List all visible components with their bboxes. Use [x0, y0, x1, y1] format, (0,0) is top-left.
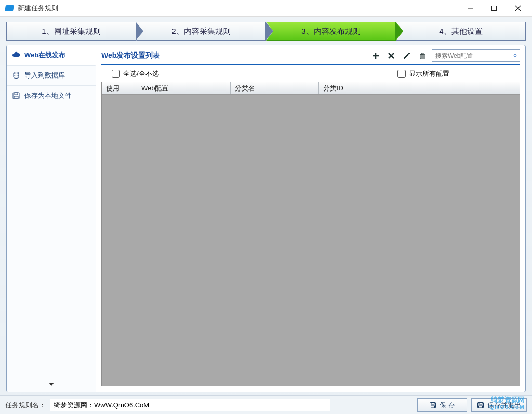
sidebar-item-label: 保存为本地文件	[24, 91, 72, 100]
search-icon[interactable]	[513, 51, 517, 60]
svg-rect-7	[14, 96, 18, 98]
edit-button[interactable]	[401, 50, 413, 61]
app-icon	[5, 5, 14, 11]
col-category-name[interactable]: 分类名	[231, 82, 319, 94]
add-button[interactable]	[369, 50, 382, 61]
step-4-label: 4、其他设置	[439, 27, 482, 36]
svg-rect-18	[421, 53, 423, 54]
sidebar-item-web-publish[interactable]: Web在线发布	[7, 45, 96, 66]
rule-name-input[interactable]	[50, 399, 330, 411]
save-exit-button[interactable]: 保存并退出	[471, 398, 527, 412]
minimize-button[interactable]	[458, 1, 482, 16]
svg-rect-6	[15, 93, 18, 95]
show-all-label: 显示所有配置	[409, 69, 449, 79]
titlebar: 新建任务规则	[0, 0, 532, 17]
delete-button[interactable]	[416, 50, 429, 61]
svg-rect-25	[479, 402, 482, 404]
table-header: 使用 Web配置 分类名 分类ID	[102, 82, 520, 95]
cloud-icon	[12, 51, 20, 59]
publish-sidebar: Web在线发布 导入到数据库 保存为本地文件	[7, 45, 96, 392]
config-table[interactable]: 使用 Web配置 分类名 分类ID	[101, 82, 520, 386]
maximize-button[interactable]	[482, 1, 506, 16]
save-button-label: 保 存	[440, 400, 455, 410]
remove-button[interactable]	[385, 50, 397, 61]
options-row: 全选/全不选 显示所有配置	[101, 65, 520, 82]
step-1-label: 1、网址采集规则	[42, 27, 100, 36]
step-content-publish[interactable]: 3、内容发布规则	[266, 22, 396, 41]
svg-point-4	[14, 72, 19, 74]
step-content-collect[interactable]: 2、内容采集规则	[136, 22, 266, 41]
show-all-checkbox[interactable]: 显示所有配置	[397, 69, 449, 79]
rule-name-label: 任务规则名：	[5, 400, 46, 410]
svg-line-20	[516, 56, 517, 57]
svg-rect-23	[431, 406, 435, 408]
svg-rect-1	[492, 6, 497, 10]
save-button[interactable]: 保 存	[417, 398, 467, 412]
web-publish-panel: Web发布设置列表	[96, 45, 525, 392]
footer-bar: 任务规则名： 保 存 保存并退出	[0, 395, 532, 414]
sidebar-item-label: 导入到数据库	[24, 71, 65, 80]
save-file-icon	[12, 92, 20, 100]
panel-title: Web发布设置列表	[101, 51, 160, 60]
svg-rect-22	[431, 402, 434, 404]
step-other-settings[interactable]: 4、其他设置	[396, 22, 526, 41]
step-3-label: 3、内容发布规则	[301, 27, 360, 36]
sidebar-item-import-db[interactable]: 导入到数据库	[7, 66, 96, 86]
window-title: 新建任务规则	[18, 4, 58, 13]
wizard-steps: 1、网址采集规则 2、内容采集规则 3、内容发布规则 4、其他设置	[6, 22, 526, 41]
sidebar-item-save-local[interactable]: 保存为本地文件	[7, 86, 96, 106]
content-frame: Web在线发布 导入到数据库 保存为本地文件	[6, 45, 526, 392]
search-box[interactable]	[432, 49, 520, 62]
col-web-config[interactable]: Web配置	[137, 82, 231, 94]
search-input[interactable]	[435, 52, 513, 59]
save-exit-button-label: 保存并退出	[487, 400, 521, 410]
sidebar-item-label: Web在线发布	[24, 50, 65, 60]
step-url-collect[interactable]: 1、网址采集规则	[6, 22, 136, 41]
sidebar-expand-button[interactable]	[48, 381, 55, 389]
app-window: 新建任务规则 1、网址采集规则 2、内容采集规则	[0, 0, 532, 414]
col-category-id[interactable]: 分类ID	[319, 82, 520, 94]
col-use[interactable]: 使用	[102, 82, 137, 94]
close-button[interactable]	[506, 1, 530, 16]
svg-rect-26	[479, 406, 483, 408]
select-all-label: 全选/全不选	[123, 69, 159, 79]
select-all-checkbox[interactable]: 全选/全不选	[112, 69, 159, 79]
main-area: 1、网址采集规则 2、内容采集规则 3、内容发布规则 4、其他设置	[0, 17, 532, 395]
panel-toolbar: Web发布设置列表	[101, 49, 520, 65]
svg-marker-8	[49, 383, 54, 386]
database-icon	[12, 71, 20, 80]
svg-point-19	[514, 54, 516, 57]
step-2-label: 2、内容采集规则	[171, 27, 230, 36]
